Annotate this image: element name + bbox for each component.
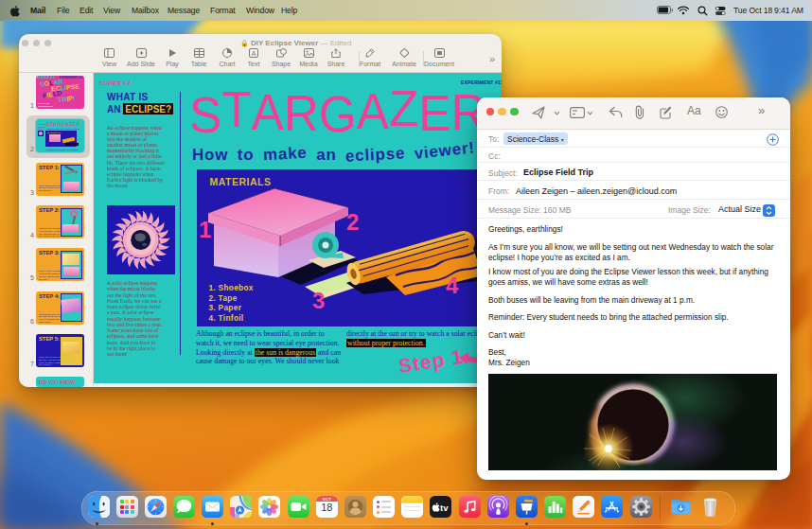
svg-text:1: 1 [199,217,211,242]
svg-text:2: 2 [346,209,359,235]
svg-text:4: 4 [446,273,459,298]
svg-text:3: 3 [312,288,325,313]
svg-text:A: A [252,50,256,57]
svg-text:tv: tv [440,503,449,513]
